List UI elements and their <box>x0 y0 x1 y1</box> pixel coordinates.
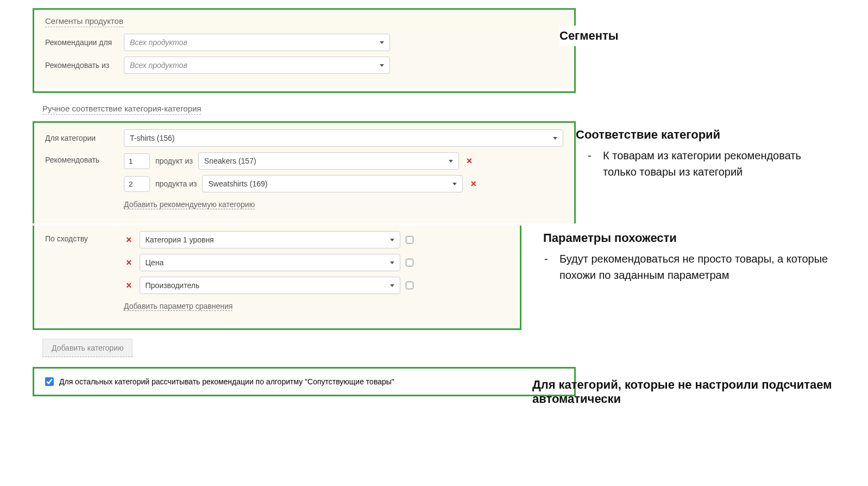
recommend-label: Рекомендовать <box>45 152 124 164</box>
note-category-match-title: Соответствие категорий <box>576 128 835 142</box>
rec-from-select[interactable]: Всех продуктов <box>124 57 390 74</box>
segments-highlight-box: Сегменты продуктов Рекомендации для Всех… <box>33 8 576 93</box>
segments-panel: Сегменты продуктов Рекомендации для Всех… <box>35 11 573 88</box>
param-checkbox-2[interactable] <box>406 259 413 266</box>
remove-param-2-icon[interactable]: × <box>124 257 134 269</box>
add-similarity-param-link[interactable]: Добавить параметр сравнения <box>124 302 232 311</box>
note-similarity-bullet: Будут рекомендоваться не просто товары, … <box>559 251 835 283</box>
fallback-row: Для остальных категорий рассчитывать рек… <box>35 370 573 394</box>
for-category-select[interactable]: T-shirts (156) <box>124 129 563 147</box>
remove-param-3-icon[interactable]: × <box>124 280 134 291</box>
remove-param-1-icon[interactable]: × <box>124 234 134 246</box>
similarity-param-3: × Производитель <box>124 277 509 294</box>
param-select-1[interactable]: Категория 1 уровня <box>140 231 400 248</box>
recommend-rows-wrap: продукт из Sneakers (157) × продукта из … <box>124 152 563 209</box>
recommend-category-select-2[interactable]: Sweatshirts (169) <box>202 175 463 192</box>
similarity-row: По сходству × Категория 1 уровня × Цена <box>45 231 509 311</box>
manual-match-title: Ручное соответствие категория-категория <box>42 104 201 115</box>
rec-from-row: Рекомендовать из Всех продуктов <box>45 57 563 74</box>
similarity-label: По сходству <box>45 231 124 243</box>
similarity-params-wrap: × Категория 1 уровня × Цена × Производит… <box>124 231 509 311</box>
param-select-2[interactable]: Цена <box>140 254 400 271</box>
form-column: Сегменты продуктов Рекомендации для Всех… <box>33 8 576 396</box>
recommend-category-select-1[interactable]: Sneakers (157) <box>198 152 459 170</box>
note-similarity-list: Будут рекомендоваться не просто товары, … <box>543 251 835 283</box>
param-checkbox-3[interactable] <box>406 282 413 289</box>
remove-row-1-icon[interactable]: × <box>464 155 475 167</box>
recommend-row: Рекомендовать продукт из Sneakers (157) … <box>45 152 563 209</box>
segments-title: Сегменты продуктов <box>45 16 123 27</box>
note-category-match: Соответствие категорий К товарам из кате… <box>576 128 835 180</box>
note-segments-title: Сегменты <box>559 26 619 46</box>
note-similarity: Параметры похожести Будут рекомендоватьс… <box>543 231 835 283</box>
fallback-highlight-box: Для остальных категорий рассчитывать рек… <box>33 367 576 396</box>
note-segments: Сегменты <box>559 26 619 52</box>
rec-for-row: Рекомендации для Всех продуктов <box>45 34 563 51</box>
qty-input-1[interactable] <box>124 153 150 169</box>
for-category-row: Для категории T-shirts (156) <box>45 129 563 147</box>
rec-for-select[interactable]: Всех продуктов <box>124 34 390 51</box>
recommend-row-1: продукт из Sneakers (157) × <box>124 152 563 170</box>
similarity-highlight-box: По сходству × Категория 1 уровня × Цена <box>33 226 521 330</box>
note-fallback: Для категорий, которые не настроили подс… <box>532 378 835 404</box>
product-from-word-1: продукт из <box>155 157 193 165</box>
rec-for-label: Рекомендации для <box>45 38 124 47</box>
param-select-3[interactable]: Производитель <box>140 277 400 294</box>
category-match-panel: Для категории T-shirts (156) Рекомендова… <box>35 124 573 223</box>
note-category-match-list: К товарам из категории рекомендовать тол… <box>576 147 835 180</box>
category-match-highlight-box: Для категории T-shirts (156) Рекомендова… <box>33 121 576 223</box>
remove-row-2-icon[interactable]: × <box>468 178 479 190</box>
similarity-panel: По сходству × Категория 1 уровня × Цена <box>35 226 519 325</box>
similarity-param-2: × Цена <box>124 254 509 271</box>
rec-from-label: Рекомендовать из <box>45 61 124 70</box>
add-recommended-category-link[interactable]: Добавить рекомендуемую категорию <box>124 200 255 209</box>
fallback-checkbox-label: Для остальных категорий рассчитывать рек… <box>59 377 394 386</box>
note-fallback-title: Для категорий, которые не настроили подс… <box>532 378 835 404</box>
qty-input-2[interactable] <box>124 176 150 192</box>
add-category-button[interactable]: Добавить категорию <box>42 339 133 357</box>
for-category-label: Для категории <box>45 134 124 142</box>
param-checkbox-1[interactable] <box>406 236 413 244</box>
fallback-checkbox[interactable] <box>45 377 54 386</box>
note-similarity-title: Параметры похожести <box>543 231 835 245</box>
similarity-param-1: × Категория 1 уровня <box>124 231 509 248</box>
note-category-match-bullet: К товарам из категории рекомендовать тол… <box>603 147 835 180</box>
recommend-row-2: продукта из Sweatshirts (169) × <box>124 175 563 192</box>
product-from-word-2: продукта из <box>155 179 197 188</box>
